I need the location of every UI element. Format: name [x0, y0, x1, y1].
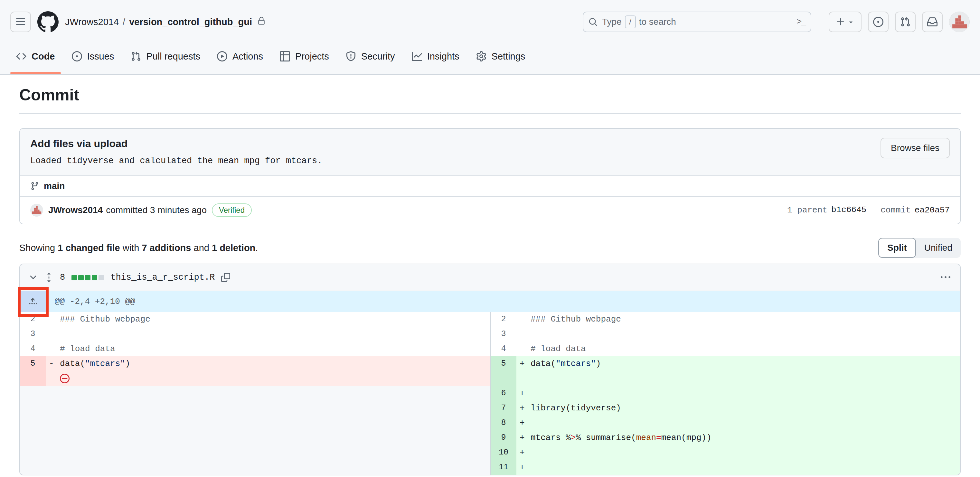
branch-name[interactable]: main: [44, 181, 65, 191]
tab-security[interactable]: Security: [340, 39, 401, 74]
command-palette-icon[interactable]: >_: [797, 17, 805, 27]
tab-pull-requests[interactable]: Pull requests: [125, 39, 206, 74]
caret-down-icon: [847, 18, 854, 25]
diff-row: 11+: [491, 460, 960, 475]
code-cell: +library(tidyverse): [516, 401, 960, 415]
kebab-menu-icon[interactable]: [941, 273, 950, 282]
title-divider: [19, 113, 961, 114]
line-number[interactable]: 5: [491, 356, 516, 386]
code-cell: +data("mtcars"): [516, 356, 960, 386]
line-number[interactable]: 7: [491, 401, 516, 415]
create-new-button[interactable]: [829, 11, 862, 32]
copy-icon[interactable]: [221, 273, 230, 282]
tab-label: Code: [32, 51, 55, 62]
diff-row: 10+: [491, 445, 960, 460]
committer-name[interactable]: JWrows2014: [48, 205, 103, 215]
tab-actions[interactable]: Actions: [211, 39, 269, 74]
pull-requests-button[interactable]: [895, 11, 916, 32]
line-number[interactable]: 10: [491, 445, 516, 460]
diff-column-old: 2### Github webpage34# load data5-data("…: [20, 312, 490, 475]
code-icon: [16, 51, 26, 62]
parent-label: 1 parent: [787, 205, 827, 215]
issue-opened-icon: [873, 17, 883, 27]
tab-projects[interactable]: Projects: [274, 39, 335, 74]
tab-settings[interactable]: Settings: [470, 39, 531, 74]
code-line: ### Github webpage: [49, 312, 490, 327]
diff-row: 6+: [491, 386, 960, 401]
shield-icon: [346, 51, 356, 62]
line-number[interactable]: 6: [491, 386, 516, 401]
header-divider: [820, 16, 820, 28]
github-logo-icon[interactable]: [37, 11, 59, 32]
line-number[interactable]: 8: [491, 415, 516, 430]
diff-row: 3: [20, 327, 490, 342]
commit-hash: ea20a57: [915, 205, 950, 215]
split-diff: 2### Github webpage34# load data5-data("…: [20, 312, 960, 475]
breadcrumb-owner[interactable]: JWrows2014: [65, 17, 119, 27]
line-number[interactable]: 11: [491, 460, 516, 475]
committed-time: committed 3 minutes ago: [106, 205, 207, 215]
verified-badge[interactable]: Verified: [212, 204, 252, 217]
plus-icon: [836, 17, 845, 27]
git-branch-icon: [30, 181, 39, 191]
search-divider: [792, 16, 792, 28]
chevron-down-icon[interactable]: [28, 273, 38, 282]
commit-message-section: Add files via upload Loaded tidyverse an…: [20, 129, 960, 175]
issues-button[interactable]: [868, 11, 889, 32]
changes-count: 8: [60, 273, 65, 282]
search-input[interactable]: Type / to search >_: [583, 11, 811, 32]
breadcrumb-repo[interactable]: version_control_github_gui: [129, 17, 252, 27]
line-number[interactable]: 3: [20, 327, 46, 342]
split-view-button[interactable]: Split: [878, 238, 916, 258]
code-cell: # load data: [46, 342, 490, 356]
tab-label: Settings: [492, 51, 525, 62]
code-cell: # load data: [516, 342, 960, 356]
line-number[interactable]: 5: [20, 356, 46, 386]
hamburger-menu-button[interactable]: [10, 11, 31, 32]
diff-row: 4# load data: [491, 342, 960, 356]
unfold-icon[interactable]: [45, 273, 53, 282]
line-number[interactable]: 2: [20, 312, 46, 327]
line-number[interactable]: 4: [20, 342, 46, 356]
code-cell: [46, 327, 490, 342]
line-number[interactable]: 9: [491, 430, 516, 445]
branch-row: main: [20, 175, 960, 196]
browse-files-button[interactable]: Browse files: [881, 138, 950, 158]
hunk-header-row: @@ -2,4 +2,10 @@: [20, 291, 960, 312]
tab-label: Insights: [427, 51, 460, 62]
diff-row: 2### Github webpage: [20, 312, 490, 327]
user-avatar[interactable]: [949, 11, 970, 32]
breadcrumb-separator: /: [123, 17, 125, 27]
tab-label: Pull requests: [146, 51, 200, 62]
diff-row: 3: [491, 327, 960, 342]
file-name[interactable]: this_is_a_r_script.R: [110, 273, 215, 282]
repo-nav: Code Issues Pull requests Actions Projec…: [0, 39, 980, 74]
line-number[interactable]: 2: [491, 312, 516, 327]
line-number[interactable]: 3: [491, 327, 516, 342]
tab-issues[interactable]: Issues: [66, 39, 120, 74]
committer-avatar[interactable]: [30, 204, 43, 216]
code-line: +: [520, 386, 960, 401]
diff-stat-squares: [72, 275, 104, 280]
diff-row: 9+mtcars %>% summarise(mean=mean(mpg)): [491, 430, 960, 445]
expand-hunk-button[interactable]: [20, 291, 46, 312]
committer-row: JWrows2014 committed 3 minutes ago Verif…: [20, 196, 960, 224]
tab-label: Actions: [232, 51, 263, 62]
code-line: +: [520, 445, 960, 460]
code-line: ### Github webpage: [520, 312, 960, 327]
diff-row: 4# load data: [20, 342, 490, 356]
unified-view-button[interactable]: Unified: [916, 238, 961, 258]
code-line: +mtcars %>% summarise(mean=mean(mpg)): [520, 430, 960, 445]
three-bars-icon: [16, 16, 26, 28]
parent-hash[interactable]: b1c6645: [831, 205, 866, 215]
diff-row: 5+data("mtcars"): [491, 356, 960, 386]
tab-insights[interactable]: Insights: [406, 39, 465, 74]
tab-code[interactable]: Code: [10, 39, 61, 74]
breadcrumb: JWrows2014 / version_control_github_gui: [65, 17, 266, 27]
inbox-button[interactable]: [922, 11, 943, 32]
global-header: JWrows2014 / version_control_github_gui …: [0, 0, 980, 39]
line-number[interactable]: 4: [491, 342, 516, 356]
no-newline-icon: [49, 371, 490, 386]
diff-row: [20, 386, 490, 475]
diff-row: 7+library(tidyverse): [491, 401, 960, 415]
